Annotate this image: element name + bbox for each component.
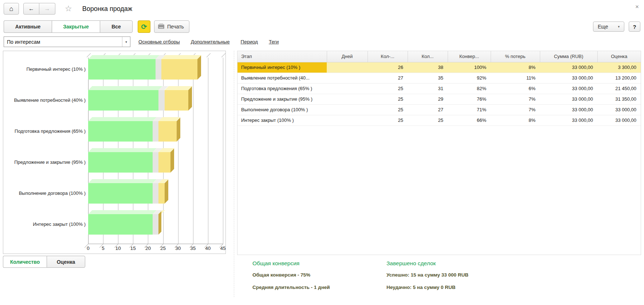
bar-segment-grey xyxy=(153,152,158,173)
stage-table-panel: ЭтапДнейКол-...Кол...Конвер...% потерьСу… xyxy=(237,51,641,255)
x-tick-label: 20 xyxy=(145,246,151,251)
bar-segment-grey xyxy=(153,214,158,235)
bar-top-face-green xyxy=(88,55,160,59)
chart-plot-area xyxy=(88,53,223,244)
value-cell: 6% xyxy=(491,83,540,94)
value-cell: 33 000,00 xyxy=(597,104,641,115)
filter-bar: По интересам ▾ Основные отборыДополнител… xyxy=(0,36,644,51)
column-header-0[interactable]: Этап xyxy=(237,51,327,62)
table-row[interactable]: Первичный интерес (10% )2638100%8%33 000… xyxy=(237,62,641,73)
x-tick-label: 15 xyxy=(130,246,136,251)
group-by-select[interactable]: По интересам ▾ xyxy=(4,36,130,47)
printer-icon xyxy=(158,24,164,29)
toolbar: АктивныеЗакрытыеВсе ⟳ Печать Еще ▾ ? xyxy=(0,18,644,36)
forward-icon: → xyxy=(44,5,50,12)
close-icon[interactable]: × xyxy=(635,4,639,10)
stage-cell: Выявление потребностей (40... xyxy=(237,73,327,83)
chart-bar[interactable] xyxy=(88,121,223,142)
chart-toggle-1[interactable]: Оценка xyxy=(47,256,85,268)
bar-segment-green xyxy=(88,183,153,204)
filter-link-0[interactable]: Основные отборы xyxy=(138,39,180,45)
favorite-star-icon[interactable]: ☆ xyxy=(65,5,72,13)
bar-segment-green xyxy=(88,90,158,111)
value-cell: 8% xyxy=(491,62,540,73)
x-tick-label: 45 xyxy=(220,246,225,251)
bar-segment-grey xyxy=(156,59,161,80)
value-cell: 33 000,00 xyxy=(540,73,597,83)
table-row[interactable]: Предложение и закрытие (95% )252976%7%33… xyxy=(237,94,641,104)
column-header-3[interactable]: Кол... xyxy=(408,51,448,62)
column-header-7[interactable]: Оценка xyxy=(597,51,641,62)
summary-block-1: Завершено сделокУспешно: 15 на сумму 33 … xyxy=(386,260,521,297)
chart-mode-toggle: КоличествоОценка xyxy=(3,256,230,268)
summary-title: Завершено сделок xyxy=(386,260,521,267)
table-row[interactable]: Выполнение договора (100% )252771%7%33 0… xyxy=(237,104,641,115)
tab-1[interactable]: Закрытые xyxy=(52,20,100,33)
value-cell: 92% xyxy=(448,73,491,83)
chart-x-axis-labels: 051015202530354045 xyxy=(88,246,223,252)
tab-0[interactable]: Активные xyxy=(4,20,52,33)
filter-link-3[interactable]: Теги xyxy=(269,39,279,45)
grid-diag-top xyxy=(207,53,211,57)
stage-cell: Первичный интерес (10% ) xyxy=(237,62,327,73)
chart-column: Первичный интерес (10% )Выявление потреб… xyxy=(0,51,230,268)
chart-category-label: Выполнение договора (100% ) xyxy=(19,190,86,196)
table-row[interactable]: Подготовка предложения (65% )253182%6%33… xyxy=(237,83,641,94)
value-cell: 66% xyxy=(448,115,491,126)
help-button[interactable]: ? xyxy=(629,22,640,32)
combo-chevron-down-icon[interactable]: ▾ xyxy=(122,37,130,47)
title-bar: ⌂ ← → ☆ Воронка продаж × xyxy=(0,0,644,18)
x-tick-label: 30 xyxy=(175,246,181,251)
filter-link-1[interactable]: Дополнительные xyxy=(191,39,230,45)
column-header-6[interactable]: Сумма (RUB) xyxy=(540,51,597,62)
chart-bar[interactable] xyxy=(88,214,223,235)
x-tick-label: 0 xyxy=(87,246,90,251)
chart-category-label: Предложение и закрытие (95% ) xyxy=(14,159,86,165)
value-cell: 3 300,00 xyxy=(597,62,641,73)
sales-funnel-window: ⌂ ← → ☆ Воронка продаж × АктивныеЗакрыты… xyxy=(0,0,644,297)
bar-side-face-yellow xyxy=(170,148,174,173)
value-cell xyxy=(327,62,368,73)
bar-side-face-yellow xyxy=(158,211,161,235)
bar-top-face-green xyxy=(88,210,157,214)
refresh-button[interactable]: ⟳ xyxy=(138,20,150,33)
page-title: Воронка продаж xyxy=(82,5,132,13)
value-cell xyxy=(327,73,368,83)
back-button[interactable]: ← xyxy=(23,3,39,15)
chart-bar[interactable] xyxy=(88,90,223,111)
chart-bar[interactable] xyxy=(88,183,223,204)
home-icon: ⌂ xyxy=(9,5,13,13)
filter-link-2[interactable]: Период xyxy=(241,39,258,45)
funnel-chart: Первичный интерес (10% )Выявление потреб… xyxy=(3,51,226,254)
chart-toggle-0[interactable]: Количество xyxy=(3,256,47,268)
status-tabs: АктивныеЗакрытыеВсе xyxy=(4,20,133,33)
stage-cell: Выполнение договора (100% ) xyxy=(237,104,327,115)
bar-segment-grey xyxy=(153,121,158,142)
print-button[interactable]: Печать xyxy=(154,20,189,33)
grid-diag-top xyxy=(221,53,225,57)
stage-cell: Предложение и закрытие (95% ) xyxy=(237,94,327,104)
value-cell xyxy=(327,115,368,126)
bar-segment-green xyxy=(88,59,156,80)
value-cell: 100% xyxy=(448,62,491,73)
tab-2[interactable]: Все xyxy=(100,20,133,33)
bar-side-face-yellow xyxy=(188,86,192,111)
value-cell: 82% xyxy=(448,83,491,94)
chart-bar[interactable] xyxy=(88,59,223,80)
table-row[interactable]: Интерес закрыт (100% )252566%8%33 000,00… xyxy=(237,115,641,126)
chart-category-label: Интерес закрыт (100% ) xyxy=(33,221,86,227)
value-cell: 25 xyxy=(368,104,408,115)
bar-top-face-green xyxy=(88,117,157,121)
forward-button[interactable]: → xyxy=(39,3,55,15)
column-header-5[interactable]: % потерь xyxy=(491,51,540,62)
chart-bar[interactable] xyxy=(88,152,223,173)
value-cell: 33 000,00 xyxy=(540,94,597,104)
bar-top-face-green xyxy=(88,148,157,152)
more-button[interactable]: Еще ▾ xyxy=(593,22,624,32)
table-row[interactable]: Выявление потребностей (40...273592%11%3… xyxy=(237,73,641,83)
value-cell: 7% xyxy=(491,104,540,115)
column-header-4[interactable]: Конвер... xyxy=(448,51,491,62)
column-header-2[interactable]: Кол-... xyxy=(368,51,408,62)
column-header-1[interactable]: Дней xyxy=(327,51,368,62)
home-button[interactable]: ⌂ xyxy=(4,3,19,15)
